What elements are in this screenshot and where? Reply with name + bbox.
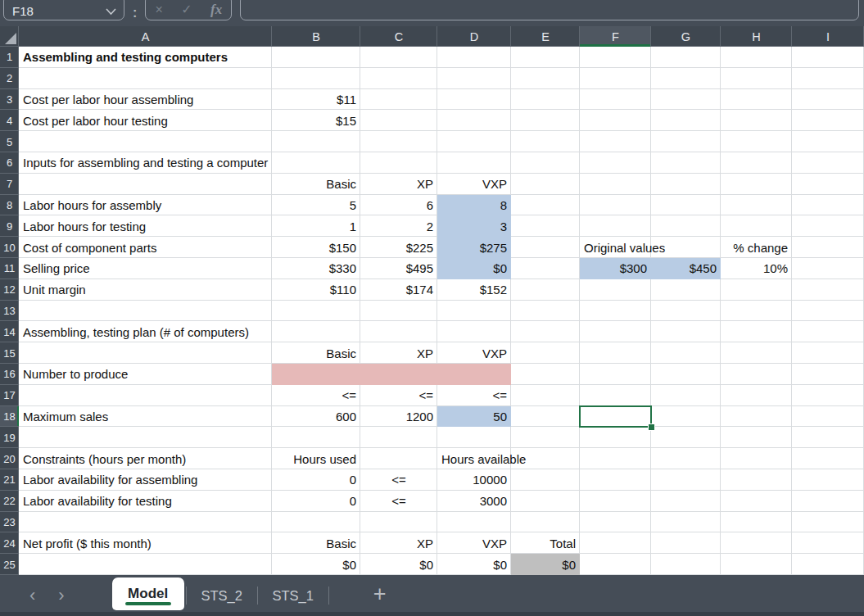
cell-G20[interactable]: [651, 448, 721, 469]
cell-I3[interactable]: [792, 89, 864, 111]
cell-F20[interactable]: [580, 448, 651, 469]
cell-B13[interactable]: [272, 301, 360, 322]
cell-F1[interactable]: [580, 47, 651, 68]
cell-A19[interactable]: [19, 427, 272, 448]
cell-G5[interactable]: [651, 131, 721, 152]
cell-I18[interactable]: [792, 406, 864, 428]
cell-G13[interactable]: [651, 301, 721, 322]
name-box[interactable]: F18: [3, 0, 124, 20]
cell-D1[interactable]: [437, 47, 511, 68]
cell-I21[interactable]: [792, 469, 864, 491]
cell-F21[interactable]: [580, 469, 651, 491]
cell-I11[interactable]: [792, 258, 864, 279]
cell-B10[interactable]: $150: [272, 237, 360, 258]
cell-B7[interactable]: Basic: [272, 174, 360, 195]
cell-B24[interactable]: Basic: [272, 532, 360, 554]
cell-E5[interactable]: [511, 131, 580, 152]
cell-I2[interactable]: [792, 68, 864, 89]
cell-B25[interactable]: $0: [272, 554, 360, 575]
cell-G12[interactable]: [651, 279, 721, 301]
cell-G11[interactable]: $450: [651, 258, 721, 279]
cell-I6[interactable]: [792, 152, 864, 174]
cell-D15[interactable]: VXP: [437, 342, 511, 364]
cell-B18[interactable]: 600: [272, 406, 360, 428]
row-header-24[interactable]: 24: [0, 532, 19, 554]
cell-A2[interactable]: [19, 68, 272, 89]
cell-B14[interactable]: [272, 321, 360, 342]
cell-I9[interactable]: [792, 215, 864, 237]
row-header-8[interactable]: 8: [0, 195, 19, 216]
cell-H15[interactable]: [721, 342, 792, 364]
row-header-1[interactable]: 1: [0, 47, 19, 68]
cell-I10[interactable]: [792, 237, 864, 258]
cell-F9[interactable]: [580, 215, 651, 237]
column-header-A[interactable]: A: [19, 26, 272, 47]
cell-C10[interactable]: $225: [360, 237, 437, 258]
cell-C4[interactable]: [360, 110, 437, 131]
cell-G23[interactable]: [651, 512, 721, 533]
sheet-tab-model[interactable]: Model: [112, 578, 184, 610]
cell-H16[interactable]: [721, 364, 792, 385]
cell-G6[interactable]: [651, 152, 721, 174]
cell-H10[interactable]: % change: [721, 237, 792, 258]
cell-G16[interactable]: [651, 364, 721, 385]
cell-C14[interactable]: [360, 321, 437, 342]
cell-D2[interactable]: [437, 68, 511, 89]
cell-F14[interactable]: [580, 321, 651, 342]
column-header-G[interactable]: G: [651, 26, 721, 47]
row-header-14[interactable]: 14: [0, 321, 19, 342]
selected-cell-outline[interactable]: [579, 405, 652, 428]
confirm-icon[interactable]: ✓: [181, 2, 192, 17]
row-header-10[interactable]: 10: [0, 237, 19, 258]
row-header-15[interactable]: 15: [0, 342, 19, 364]
cell-D5[interactable]: [437, 131, 511, 152]
cell-A3[interactable]: Cost per labor hour assembling: [19, 89, 272, 111]
cell-E6[interactable]: [511, 152, 580, 174]
cell-C21[interactable]: <=: [360, 469, 437, 491]
cell-B8[interactable]: 5: [272, 195, 360, 216]
cell-F6[interactable]: [580, 152, 651, 174]
cell-A23[interactable]: [19, 512, 272, 533]
row-header-6[interactable]: 6: [0, 152, 19, 174]
cell-H18[interactable]: [721, 406, 792, 428]
cell-B11[interactable]: $330: [272, 258, 360, 279]
cell-I1[interactable]: [792, 47, 864, 68]
cell-F4[interactable]: [580, 110, 651, 131]
row-header-2[interactable]: 2: [0, 68, 19, 89]
cell-H21[interactable]: [721, 469, 792, 491]
cell-H22[interactable]: [721, 491, 792, 512]
cell-C17[interactable]: <=: [360, 385, 437, 406]
cell-D21[interactable]: 10000: [437, 469, 511, 491]
cell-B3[interactable]: $11: [272, 89, 360, 111]
cell-H25[interactable]: [721, 554, 792, 575]
sheet-tab-sts1[interactable]: STS_1: [260, 579, 327, 612]
cell-F17[interactable]: [580, 385, 651, 406]
cell-I14[interactable]: [792, 321, 864, 342]
row-header-12[interactable]: 12: [0, 279, 19, 301]
cell-E24[interactable]: Total: [511, 532, 580, 554]
cell-H23[interactable]: [721, 512, 792, 533]
cell-E22[interactable]: [511, 491, 580, 512]
cell-C12[interactable]: $174: [360, 279, 437, 301]
cell-B4[interactable]: $15: [272, 110, 360, 131]
cell-A24[interactable]: Net profit ($ this month): [19, 532, 272, 554]
cell-D23[interactable]: [437, 512, 511, 533]
cell-C3[interactable]: [360, 89, 437, 111]
fill-handle[interactable]: [649, 424, 654, 430]
row-header-9[interactable]: 9: [0, 215, 19, 237]
cell-F2[interactable]: [580, 68, 651, 89]
cell-A12[interactable]: Unit margin: [19, 279, 272, 301]
cell-C16[interactable]: [360, 364, 437, 385]
cell-A15[interactable]: [19, 342, 272, 364]
cell-I25[interactable]: [792, 554, 864, 575]
cell-A16[interactable]: Number to produce: [19, 364, 272, 385]
row-header-25[interactable]: 25: [0, 554, 19, 575]
cell-I23[interactable]: [792, 512, 864, 533]
cell-D16[interactable]: [437, 364, 511, 385]
cell-A8[interactable]: Labor hours for assembly: [19, 195, 272, 216]
cell-H9[interactable]: [721, 215, 792, 237]
cell-F11[interactable]: $300: [580, 258, 651, 279]
cell-B6[interactable]: [272, 152, 360, 174]
row-header-21[interactable]: 21: [0, 469, 19, 491]
cell-G19[interactable]: [651, 427, 721, 448]
